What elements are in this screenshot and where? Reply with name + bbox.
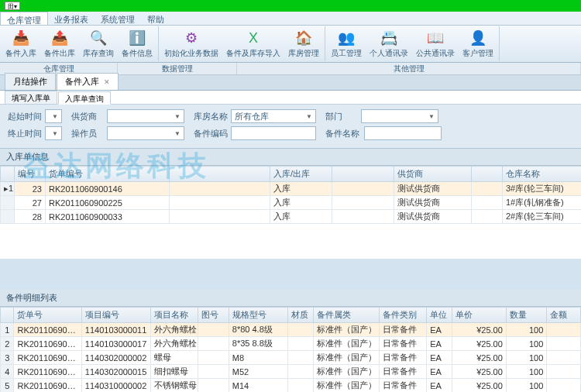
ribbon-btn-3[interactable]: ℹ️备件信息 [118, 26, 156, 61]
ribbon-btn-0[interactable]: 📥备件入库 [2, 26, 40, 61]
col-header[interactable]: 金额 [547, 308, 581, 323]
ribbon-btn-5[interactable]: X备件及库存导入 [222, 26, 284, 61]
part-name-input[interactable] [364, 126, 442, 140]
filter-panel: 起始时间 ▼ 供货商 ▼ 库房名称 所有仓库▼ 部门 ▼ 终止时间 ▼ 操作员 … [0, 105, 581, 149]
col-header[interactable]: 单位 [427, 308, 452, 323]
col-header[interactable]: 备件属类 [313, 308, 379, 323]
col-header[interactable]: 备件类别 [380, 308, 427, 323]
col-header[interactable]: 仓库名称 [503, 167, 582, 182]
end-time-input[interactable]: ▼ [45, 126, 62, 140]
ribbon-btn-9[interactable]: 📖公共通讯录 [412, 26, 459, 61]
col-header[interactable]: 单价 [452, 308, 506, 323]
chevron-down-icon: ▼ [52, 113, 58, 120]
ribbon-label: 备件入库 [5, 48, 36, 59]
col-header[interactable]: 货单号 [14, 308, 81, 323]
menu-system[interactable]: 系统管理 [95, 12, 141, 25]
label-department: 部门 [325, 111, 358, 122]
label-warehouse: 库房名称 [194, 111, 228, 122]
operator-input[interactable]: ▼ [107, 126, 184, 140]
label-supplier: 供货商 [71, 111, 104, 122]
col-header[interactable] [472, 167, 503, 182]
ribbon: 📥备件入库📤备件出库🔍库存查询ℹ️备件信息⚙初始化业务数据X备件及库存导入🏠库房… [0, 26, 581, 63]
ribbon-btn-7[interactable]: 👥员工管理 [327, 26, 366, 61]
col-header[interactable]: 货单编号 [46, 167, 170, 182]
ribbon-btn-1[interactable]: 📤备件出库 [40, 26, 79, 61]
table-row[interactable]: 3RK20110690…1140302000002螺母M8标准件（国产）日常备件… [1, 351, 581, 365]
chevron-down-icon: ▼ [174, 130, 180, 137]
table-row[interactable]: 1RK20110690…1140103000011外六角螺栓8*80 4.8级标… [1, 323, 581, 337]
grid2-title: 备件明细列表 [0, 290, 581, 307]
table-row[interactable]: 4RK20110690…1140302000015细扣螺母M52标准件（国产）日… [1, 365, 581, 379]
ribbon-group-label: 其他管理 [237, 63, 581, 74]
sub-tabs: 填写入库单 入库单查询 [0, 91, 581, 105]
ribbon-label: 备件及库存导入 [226, 48, 280, 59]
ribbon-label: 客户管理 [462, 48, 493, 59]
chevron-down-icon: ▼ [306, 113, 312, 120]
col-header[interactable]: 图号 [198, 308, 229, 323]
ribbon-icon: ℹ️ [128, 29, 146, 47]
chevron-down-icon: ▼ [428, 113, 435, 120]
ribbon-label: 个人通讯录 [370, 48, 408, 59]
close-icon[interactable]: ✕ [104, 78, 110, 86]
table-row[interactable]: 5RK20110690…1140310000002不锈钢螺母M14标准件（国产）… [1, 379, 581, 393]
ribbon-label: 库房管理 [288, 48, 319, 59]
ribbon-label: 库存查询 [83, 48, 114, 59]
col-header[interactable] [1, 308, 14, 323]
office-button[interactable]: 田▾ [5, 2, 20, 10]
ribbon-btn-8[interactable]: 📇个人通讯录 [366, 26, 412, 61]
subtab-query[interactable]: 入库单查询 [58, 91, 111, 105]
col-header[interactable]: 入库/出库 [270, 167, 332, 182]
col-header[interactable]: 数量 [506, 308, 546, 323]
ribbon-icon: 🏠 [294, 29, 313, 47]
label-start-time: 起始时间 [8, 111, 42, 122]
col-header[interactable]: 项目编号 [81, 308, 151, 323]
col-header[interactable]: 规格型号 [229, 308, 287, 323]
ribbon-btn-4[interactable]: ⚙初始化业务数据 [160, 26, 222, 61]
ribbon-icon: X [244, 29, 263, 47]
menu-warehouse[interactable]: 仓库管理 [0, 12, 48, 25]
col-header[interactable] [1, 167, 15, 182]
col-header[interactable]: 编号 [15, 167, 46, 182]
grid1-title: 入库单信息 [0, 149, 581, 166]
label-end-time: 终止时间 [8, 128, 42, 139]
ribbon-label: 公共通讯录 [416, 48, 455, 59]
ribbon-icon: 📤 [50, 29, 69, 47]
ribbon-label: 员工管理 [331, 48, 362, 59]
tab-parts-in[interactable]: 备件入库✕ [57, 73, 119, 90]
warehouse-select[interactable]: 所有仓库▼ [231, 109, 316, 123]
ribbon-icon: 📖 [426, 29, 445, 47]
menu-help[interactable]: 帮助 [141, 12, 170, 25]
start-time-input[interactable]: ▼ [45, 109, 62, 123]
subtab-write[interactable]: 填写入库单 [5, 91, 57, 104]
chevron-down-icon: ▼ [174, 113, 180, 120]
ribbon-btn-6[interactable]: 🏠库房管理 [284, 26, 323, 61]
orders-grid[interactable]: 编号货单编号入库/出库供货商仓库名称入库部▸123RK2011060900146… [0, 166, 581, 259]
table-row[interactable]: 27RK2011060900225入库测试供货商1#库(轧钢准备)轧钢准 [1, 196, 582, 210]
ribbon-label: 初始化业务数据 [164, 48, 218, 59]
department-input[interactable]: ▼ [361, 109, 438, 123]
table-row[interactable]: 28RK2011060900033入库测试供货商2#库(轮三车间)轧区点检 [1, 210, 582, 224]
label-part-code: 备件编码 [194, 128, 228, 139]
table-row[interactable]: ▸123RK2011060900146入库测试供货商3#库(轮三车间)轧区点检 [1, 182, 582, 196]
col-header[interactable]: 项目名称 [151, 308, 198, 323]
ribbon-group-label: 数据管理 [118, 63, 237, 74]
label-operator: 操作员 [71, 128, 104, 139]
col-header[interactable]: 材质 [288, 308, 314, 323]
label-part-name: 备件名称 [325, 128, 361, 139]
col-header[interactable] [332, 167, 394, 182]
ribbon-icon: 👥 [337, 29, 356, 47]
supplier-input[interactable]: ▼ [107, 109, 184, 123]
tab-month-close[interactable]: 月结操作 [5, 73, 56, 90]
table-row[interactable]: 2RK20110690…1140103000017外六角螺栓8*35 8.8级标… [1, 337, 581, 351]
details-grid[interactable]: 货单号项目编号项目名称图号规格型号材质备件属类备件类别单位单价数量金额1RK20… [0, 307, 581, 392]
col-header[interactable] [170, 167, 270, 182]
ribbon-btn-10[interactable]: 👤客户管理 [459, 26, 497, 61]
col-header[interactable]: 供货商 [394, 167, 472, 182]
part-code-input[interactable] [231, 126, 316, 140]
menu-bar: 仓库管理 业务报表 系统管理 帮助 [0, 12, 581, 26]
ribbon-icon: 📥 [12, 29, 30, 47]
ribbon-label: 备件出库 [44, 48, 75, 59]
ribbon-btn-2[interactable]: 🔍库存查询 [79, 26, 118, 61]
ribbon-icon: ⚙ [182, 29, 201, 47]
menu-reports[interactable]: 业务报表 [48, 12, 95, 25]
